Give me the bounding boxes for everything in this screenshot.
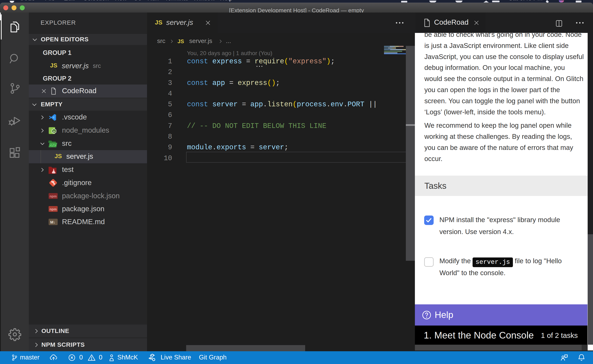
- svg-text:</>: </>: [50, 143, 56, 147]
- svg-text:js: js: [53, 130, 55, 133]
- svg-text:npm: npm: [50, 194, 57, 198]
- svg-text:npm: npm: [50, 207, 57, 211]
- svg-text:M↓: M↓: [50, 220, 55, 224]
